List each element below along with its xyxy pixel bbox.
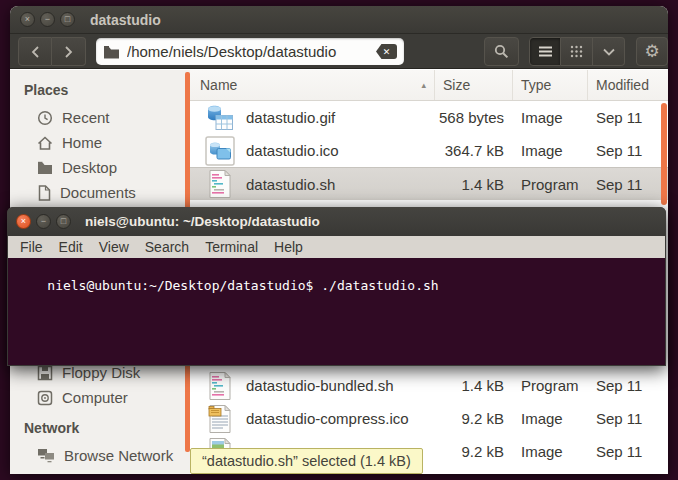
file-manager-toolbar: /home/niels/Desktop/datastudio ✕ bbox=[10, 34, 668, 69]
folder-icon bbox=[103, 45, 120, 59]
view-options-dropdown[interactable] bbox=[593, 37, 625, 66]
file-name: datastudio-bundled.sh bbox=[246, 377, 394, 394]
window-title: datastudio bbox=[90, 12, 161, 28]
file-modified: Sep 11 bbox=[588, 377, 668, 394]
file-row-datastudio-gif[interactable]: datastudio.gif 568 bytes Image Sep 11 bbox=[190, 101, 668, 134]
forward-button[interactable] bbox=[52, 37, 86, 66]
minimize-button[interactable]: − bbox=[36, 214, 51, 229]
menu-file[interactable]: File bbox=[12, 236, 51, 258]
file-row-datastudio-compress-ico[interactable]: datastudio-compress.ico 9.2 kB Image Sep… bbox=[190, 402, 668, 435]
search-button[interactable] bbox=[484, 37, 519, 66]
file-modified: Sep 11 bbox=[588, 142, 668, 159]
grid-view-button[interactable] bbox=[561, 37, 593, 66]
sidebar-item-label: Floppy Disk bbox=[62, 364, 140, 381]
file-row-datastudio-sh-selected[interactable]: datastudio.sh 1.4 kB Program Sep 11 bbox=[190, 167, 668, 200]
search-icon bbox=[494, 44, 509, 59]
terminal-screen[interactable]: niels@ubuntu:~/Desktop/datastudio$ ./dat… bbox=[8, 258, 665, 365]
sidebar-item-recent[interactable]: Recent bbox=[10, 105, 190, 130]
chevron-down-icon bbox=[603, 48, 615, 56]
file-type: Image bbox=[513, 109, 588, 126]
terminal-prompt-line: niels@ubuntu:~/Desktop/datastudio$ ./dat… bbox=[47, 278, 438, 293]
sidebar-item-computer[interactable]: Computer bbox=[10, 385, 190, 410]
menu-terminal[interactable]: Terminal bbox=[197, 236, 266, 258]
view-toggle-group bbox=[529, 37, 625, 66]
file-type: Program bbox=[513, 176, 588, 193]
file-modified: Sep 11 bbox=[588, 410, 668, 427]
chevron-right-icon bbox=[64, 46, 73, 58]
file-type: Image bbox=[513, 443, 588, 460]
shell-script-icon bbox=[205, 371, 235, 401]
file-row-datastudio-bundled-sh[interactable]: datastudio-bundled.sh 1.4 kB Program Sep… bbox=[190, 369, 668, 402]
network-header: Network bbox=[24, 420, 190, 436]
file-row-datastudio-ico[interactable]: datastudio.ico 364.7 kB Image Sep 11 bbox=[190, 134, 668, 167]
back-button[interactable] bbox=[18, 37, 52, 66]
sidebar-bottom-group: Floppy Disk Computer Network Browse Netw… bbox=[10, 360, 190, 468]
file-type: Image bbox=[513, 142, 588, 159]
sidebar-item-browse-network[interactable]: Browse Network bbox=[10, 443, 190, 468]
menu-help[interactable]: Help bbox=[266, 236, 311, 258]
menu-edit[interactable]: Edit bbox=[51, 236, 91, 258]
column-label: Modified bbox=[596, 77, 649, 93]
location-path[interactable]: /home/niels/Desktop/datastudio bbox=[127, 43, 376, 60]
list-view-icon bbox=[539, 46, 552, 57]
terminal-title: niels@ubuntu: ~/Desktop/datastudio bbox=[85, 214, 320, 229]
column-header-name[interactable]: Name ▴ bbox=[190, 70, 435, 100]
file-modified: Sep 11 bbox=[588, 109, 668, 126]
maximize-button[interactable]: □ bbox=[60, 12, 75, 27]
sidebar-item-label: Recent bbox=[62, 109, 110, 126]
sidebar-item-label: Desktop bbox=[62, 159, 117, 176]
menu-search[interactable]: Search bbox=[137, 236, 197, 258]
home-icon bbox=[37, 135, 53, 151]
terminal-titlebar: × − □ niels@ubuntu: ~/Desktop/datastudio bbox=[7, 207, 666, 236]
sidebar-item-label: Browse Network bbox=[64, 447, 173, 464]
column-header-modified[interactable]: Modified bbox=[588, 70, 668, 100]
column-label: Type bbox=[521, 77, 551, 93]
gif-thumbnail-icon bbox=[205, 103, 235, 133]
sidebar-item-home[interactable]: Home bbox=[10, 130, 190, 155]
document-icon bbox=[37, 185, 51, 201]
chevron-left-icon bbox=[31, 46, 40, 58]
file-size: 1.4 kB bbox=[435, 377, 513, 394]
file-type: Image bbox=[513, 410, 588, 427]
file-size: 568 bytes bbox=[435, 109, 513, 126]
column-header-type[interactable]: Type bbox=[513, 70, 588, 100]
file-modified: Sep 11 bbox=[588, 443, 668, 460]
folder-icon bbox=[37, 161, 53, 175]
sidebar-item-desktop[interactable]: Desktop bbox=[10, 155, 190, 180]
column-header-size[interactable]: Size bbox=[435, 70, 513, 100]
column-label: Name bbox=[200, 77, 237, 93]
file-name: datastudio-compress.ico bbox=[246, 410, 409, 427]
clock-icon bbox=[37, 110, 53, 126]
file-manager-titlebar: × − □ datastudio bbox=[10, 6, 668, 34]
location-bar[interactable]: /home/niels/Desktop/datastudio ✕ bbox=[96, 38, 404, 65]
column-label: Size bbox=[443, 77, 470, 93]
maximize-button[interactable]: □ bbox=[56, 214, 71, 229]
computer-icon bbox=[37, 390, 53, 406]
gear-icon: ⚙ bbox=[644, 41, 659, 62]
terminal-window: × − □ niels@ubuntu: ~/Desktop/datastudio… bbox=[7, 207, 666, 366]
clear-location-icon[interactable]: ✕ bbox=[376, 44, 397, 59]
file-name: datastudio.gif bbox=[246, 109, 335, 126]
file-list-header: Name ▴ Size Type Modified bbox=[190, 70, 668, 101]
gear-menu-button[interactable]: ⚙ bbox=[636, 37, 668, 66]
shell-script-icon bbox=[205, 169, 235, 199]
file-size: 9.2 kB bbox=[435, 443, 513, 460]
close-button[interactable]: × bbox=[16, 214, 31, 229]
file-name: datastudio.ico bbox=[246, 142, 339, 159]
file-size: 1.4 kB bbox=[435, 176, 513, 193]
file-list-scrollbar[interactable] bbox=[661, 103, 667, 205]
selection-status-tooltip: “datastudio.sh” selected (1.4 kB) bbox=[190, 448, 423, 474]
ico-thumbnail-icon bbox=[205, 136, 235, 166]
terminal-menubar: File Edit View Search Terminal Help bbox=[8, 236, 665, 258]
file-size: 9.2 kB bbox=[435, 410, 513, 427]
network-icon bbox=[37, 448, 55, 463]
ico-document-icon bbox=[205, 404, 235, 434]
list-view-button[interactable] bbox=[529, 37, 561, 66]
close-button[interactable]: × bbox=[20, 12, 35, 27]
minimize-button[interactable]: − bbox=[40, 12, 55, 27]
grid-view-icon bbox=[570, 45, 583, 58]
sidebar-item-documents[interactable]: Documents bbox=[10, 180, 190, 205]
floppy-icon bbox=[37, 365, 53, 381]
file-type: Program bbox=[513, 377, 588, 394]
menu-view[interactable]: View bbox=[91, 236, 137, 258]
